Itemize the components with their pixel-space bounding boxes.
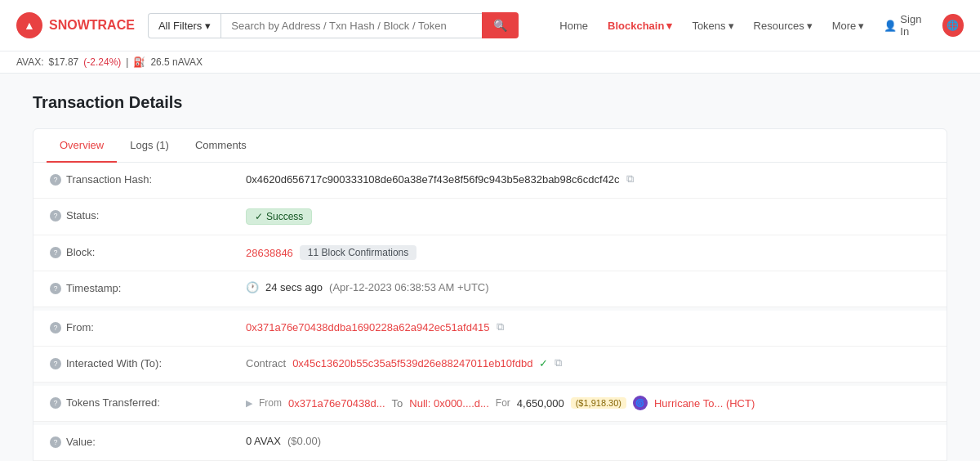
filter-label: All Filters xyxy=(158,20,202,32)
page-title: Transaction Details xyxy=(33,93,947,112)
interacted-row: ? Interacted With (To): Contract 0x45c13… xyxy=(33,347,947,383)
main-content: Transaction Details Overview Logs (1) Co… xyxy=(16,74,964,461)
copy-icon[interactable]: ⧉ xyxy=(555,356,562,369)
value-value: 0 AVAX ($0.00) xyxy=(246,435,930,447)
tx-hash-row: ? Transaction Hash: 0x4620d656717c900333… xyxy=(33,163,947,199)
tx-hash-value: 0x4620d656717c900333108de60a38e7f43e8f56… xyxy=(246,172,930,186)
help-icon: ? xyxy=(50,436,61,448)
block-label: ? Block: xyxy=(50,245,246,258)
status-value: ✓ Success xyxy=(246,208,930,225)
token-icon: 🌀 xyxy=(633,396,648,410)
sign-in-button[interactable]: 👤 Sign In xyxy=(875,8,938,43)
copy-icon[interactable]: ⧉ xyxy=(626,172,634,186)
gas-icon: ⛽ xyxy=(133,56,145,68)
block-value: 28638846 11 Block Confirmations xyxy=(246,245,930,260)
help-icon: ? xyxy=(50,283,61,294)
token-from-label: From xyxy=(259,397,282,409)
from-address-link[interactable]: 0x371a76e70438ddba1690228a62a942ec51afd4… xyxy=(246,321,490,333)
status-label: ? Status: xyxy=(50,208,246,222)
help-icon: ? xyxy=(50,174,61,186)
avax-label: AVAX: xyxy=(16,56,44,68)
chevron-down-icon: ▾ xyxy=(807,20,813,32)
status-badge: ✓ Success xyxy=(246,208,312,225)
avax-price: $17.87 xyxy=(49,56,79,68)
token-to-addr[interactable]: Null: 0x000....d... xyxy=(409,397,489,410)
check-icon: ✓ xyxy=(255,211,263,222)
tokens-row: ? Tokens Transferred: ▶ From 0x371a76e70… xyxy=(33,386,947,422)
interacted-label: ? Interacted With (To): xyxy=(50,356,246,369)
help-icon: ? xyxy=(50,322,61,333)
expand-icon[interactable]: ▶ xyxy=(246,398,252,409)
from-value: 0x371a76e70438ddba1690228a62a942ec51afd4… xyxy=(246,320,930,333)
search-area: All Filters ▾ 🔍 xyxy=(148,12,519,38)
verified-icon: ✓ xyxy=(539,357,548,369)
user-icon: 👤 xyxy=(884,20,897,32)
contract-address-link[interactable]: 0x45c13620b55c35a5f539d26e88247011eb10fd… xyxy=(292,357,532,369)
avax-change: (-2.24%) xyxy=(83,56,121,68)
timestamp-relative: 24 secs ago xyxy=(265,281,323,293)
from-label: ? From: xyxy=(50,320,246,333)
contract-prefix: Contract xyxy=(246,357,286,369)
interacted-value: Contract 0x45c13620b55c35a5f539d26e88247… xyxy=(246,356,930,369)
chevron-down-icon: ▾ xyxy=(858,20,864,32)
value-row: ? Value: 0 AVAX ($0.00) xyxy=(33,425,947,461)
nav-blockchain[interactable]: Blockchain ▾ xyxy=(599,15,680,37)
nav-area: Home Blockchain ▾ Tokens ▾ Resources ▾ M… xyxy=(551,8,964,43)
token-usd-badge: ($1,918.30) xyxy=(571,397,626,409)
value-label: ? Value: xyxy=(50,435,246,448)
logo[interactable]: ▲ SNOWTRACE xyxy=(16,12,135,38)
token-from-addr[interactable]: 0x371a76e70438d... xyxy=(288,397,385,410)
nav-tokens[interactable]: Tokens ▾ xyxy=(684,15,742,37)
tx-hash-text: 0x4620d656717c900333108de60a38e7f43e8f56… xyxy=(246,173,620,186)
logo-text: SNOWTRACE xyxy=(49,18,135,33)
globe-icon[interactable]: 🌐 xyxy=(942,14,964,37)
token-amount: 4,650,000 xyxy=(517,397,564,410)
timestamp-row: ? Timestamp: 🕐 24 secs ago (Apr-12-2023 … xyxy=(33,271,947,307)
block-row: ? Block: 28638846 11 Block Confirmations xyxy=(33,235,947,271)
help-icon: ? xyxy=(50,210,61,222)
navax-value: 26.5 nAVAX xyxy=(150,56,203,68)
tab-logs[interactable]: Logs (1) xyxy=(117,129,182,163)
nav-more[interactable]: More ▾ xyxy=(824,15,873,37)
transaction-card: Overview Logs (1) Comments ? Transaction… xyxy=(33,128,947,461)
tab-comments[interactable]: Comments xyxy=(182,129,260,163)
tab-overview[interactable]: Overview xyxy=(47,129,117,163)
sub-header: AVAX: $17.87 (-2.24%) | ⛽ 26.5 nAVAX xyxy=(0,51,980,74)
nav-home[interactable]: Home xyxy=(551,15,596,37)
tabs: Overview Logs (1) Comments xyxy=(33,129,947,163)
chevron-down-icon: ▾ xyxy=(666,20,672,32)
copy-icon[interactable]: ⧉ xyxy=(497,320,504,333)
help-icon: ? xyxy=(50,397,61,409)
chevron-down-icon: ▾ xyxy=(205,20,211,32)
from-row: ? From: 0x371a76e70438ddba1690228a62a942… xyxy=(33,311,947,347)
value-avax: 0 AVAX xyxy=(246,435,281,447)
token-for-label: For xyxy=(496,397,510,409)
status-row: ? Status: ✓ Success xyxy=(33,199,947,235)
clock-icon: 🕐 xyxy=(246,281,259,293)
separator: | xyxy=(126,56,128,68)
block-number-link[interactable]: 28638846 xyxy=(246,247,293,259)
help-icon: ? xyxy=(50,247,61,258)
token-to-label: To xyxy=(392,397,403,410)
search-input[interactable] xyxy=(220,13,482,38)
timestamp-label: ? Timestamp: xyxy=(50,281,246,294)
token-name-link[interactable]: Hurricane To... (HCT) xyxy=(654,397,755,410)
search-icon: 🔍 xyxy=(493,19,507,32)
tokens-label: ? Tokens Transferred: xyxy=(50,396,246,409)
chevron-down-icon: ▾ xyxy=(728,20,734,32)
help-icon: ? xyxy=(50,358,61,369)
search-button[interactable]: 🔍 xyxy=(482,12,519,38)
token-transfer-row: ▶ From 0x371a76e70438d... To Null: 0x000… xyxy=(246,396,755,410)
filter-button[interactable]: All Filters ▾ xyxy=(148,13,220,38)
block-confirmations-badge: 11 Block Confirmations xyxy=(300,245,416,260)
nav-resources[interactable]: Resources ▾ xyxy=(746,15,821,37)
tokens-value: ▶ From 0x371a76e70438d... To Null: 0x000… xyxy=(246,396,930,410)
timestamp-absolute: (Apr-12-2023 06:38:53 AM +UTC) xyxy=(329,281,488,293)
tx-hash-label: ? Transaction Hash: xyxy=(50,172,246,186)
value-usd: ($0.00) xyxy=(287,435,321,447)
timestamp-value: 🕐 24 secs ago (Apr-12-2023 06:38:53 AM +… xyxy=(246,281,930,293)
logo-icon: ▲ xyxy=(16,12,42,38)
